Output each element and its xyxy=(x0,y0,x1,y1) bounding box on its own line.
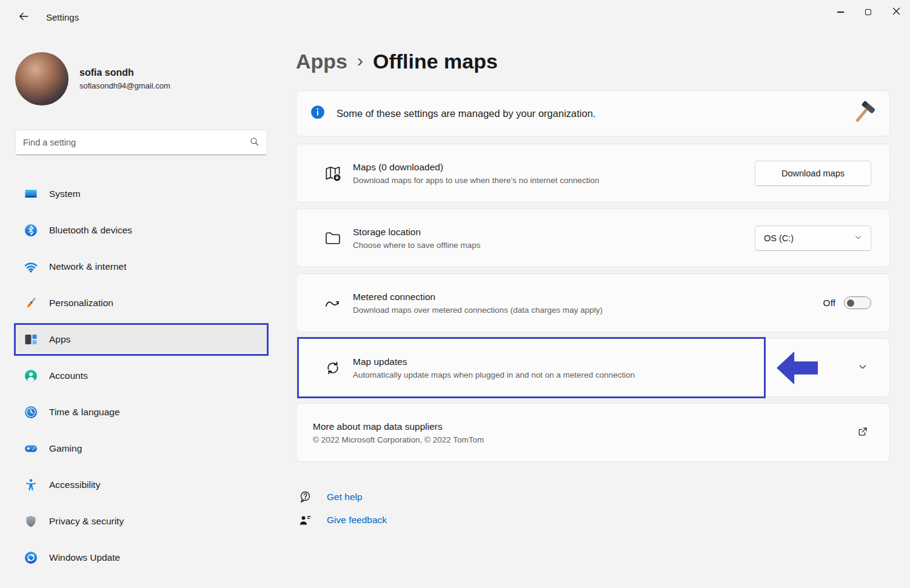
storage-location-dropdown[interactable]: OS (C:) xyxy=(755,226,871,251)
give-feedback-link[interactable]: Give feedback xyxy=(327,515,387,526)
gaming-icon xyxy=(24,441,38,456)
sidebar-item-bluetooth[interactable]: Bluetooth & devices xyxy=(15,217,267,244)
download-maps-button[interactable]: Download maps xyxy=(755,161,871,186)
help-links: Get help Give feedback xyxy=(296,490,890,527)
settings-window: Settings sofia sondh sofiasondh94@gmail.… xyxy=(0,0,910,588)
apps-icon xyxy=(24,332,38,347)
map-updates-expand-button[interactable] xyxy=(854,358,871,377)
sidebar-item-label: Apps xyxy=(49,334,70,345)
annotation-arrow xyxy=(777,351,818,385)
metered-connection-card: Metered connection Download maps over me… xyxy=(296,273,890,332)
minimize-button[interactable] xyxy=(826,0,854,24)
info-icon xyxy=(310,104,326,122)
hammer-cursor-image xyxy=(849,99,877,127)
back-button[interactable] xyxy=(13,8,34,26)
storage-title: Storage location xyxy=(353,227,481,238)
maximize-button[interactable] xyxy=(854,0,882,24)
sidebar-item-label: System xyxy=(49,189,81,199)
get-help-link[interactable]: Get help xyxy=(327,492,363,503)
search-input[interactable] xyxy=(23,138,249,147)
external-link-icon xyxy=(857,426,869,439)
get-help-icon xyxy=(298,490,312,504)
maps-card: Maps (0 downloaded) Download maps for ap… xyxy=(296,144,890,202)
sidebar: sofia sondh sofiasondh94@gmail.com Syste… xyxy=(0,34,282,588)
personalization-icon xyxy=(24,296,38,310)
sidebar-item-label: Personalization xyxy=(49,298,113,309)
map-updates-sync-icon xyxy=(324,359,342,377)
maps-icon xyxy=(324,164,342,182)
maps-title: Maps (0 downloaded) xyxy=(353,162,600,173)
accounts-icon xyxy=(24,369,38,383)
sidebar-nav: System Bluetooth & devices Network & int… xyxy=(15,181,267,571)
storage-location-card: Storage location Choose where to save of… xyxy=(296,209,890,267)
metered-title: Metered connection xyxy=(353,292,603,302)
sidebar-item-label: Accessibility xyxy=(49,479,100,490)
avatar xyxy=(15,52,69,105)
sidebar-item-label: Bluetooth & devices xyxy=(49,225,132,236)
close-icon xyxy=(892,7,900,17)
titlebar: Settings xyxy=(0,0,910,34)
main-content: Apps › Offline maps Some of these settin… xyxy=(282,34,910,588)
breadcrumb-apps[interactable]: Apps xyxy=(296,50,347,73)
time-language-icon xyxy=(24,405,38,419)
accessibility-icon xyxy=(24,478,38,492)
map-updates-title: Map updates xyxy=(353,356,635,367)
bluetooth-icon xyxy=(24,223,38,238)
map-updates-subtitle: Automatically update maps when plugged i… xyxy=(353,370,635,379)
sidebar-item-label: Gaming xyxy=(49,443,82,454)
sidebar-item-network[interactable]: Network & internet xyxy=(15,253,267,280)
metered-connection-toggle[interactable] xyxy=(844,296,871,309)
sidebar-item-label: Windows Update xyxy=(49,552,120,563)
sidebar-item-label: Accounts xyxy=(49,370,88,381)
page-title: Offline maps xyxy=(373,50,498,73)
external-link-button[interactable] xyxy=(854,423,871,442)
storage-subtitle: Choose where to save offline maps xyxy=(353,241,481,250)
banner-text: Some of these settings are managed by yo… xyxy=(336,108,595,119)
chevron-down-icon xyxy=(858,362,868,373)
sidebar-item-gaming[interactable]: Gaming xyxy=(15,435,267,462)
close-button[interactable] xyxy=(882,0,910,24)
user-email: sofiasondh94@gmail.com xyxy=(79,81,170,90)
toggle-state-label: Off xyxy=(823,298,835,309)
suppliers-copyright: © 2022 Microsoft Corporation, © 2022 Tom… xyxy=(313,435,484,444)
give-feedback-row: Give feedback xyxy=(296,513,890,527)
sidebar-item-system[interactable]: System xyxy=(15,181,267,207)
maximize-icon xyxy=(865,9,871,15)
window-controls xyxy=(826,0,910,24)
back-arrow-icon xyxy=(18,10,30,24)
get-help-row: Get help xyxy=(296,490,890,504)
minimize-icon xyxy=(837,12,844,12)
folder-icon xyxy=(324,229,342,247)
sidebar-item-windows-update[interactable]: Windows Update xyxy=(15,544,267,571)
sidebar-item-accessibility[interactable]: Accessibility xyxy=(15,472,267,498)
user-name: sofia sondh xyxy=(79,67,170,78)
sidebar-item-apps[interactable]: Apps xyxy=(15,326,267,353)
organization-banner: Some of these settings are managed by yo… xyxy=(296,90,890,136)
suppliers-title: More about map data suppliers xyxy=(313,421,484,432)
windows-update-icon xyxy=(24,550,38,565)
sidebar-item-accounts[interactable]: Accounts xyxy=(15,362,267,389)
search-box xyxy=(15,130,267,155)
privacy-security-icon xyxy=(24,514,38,529)
chevron-down-icon xyxy=(854,233,862,243)
breadcrumb: Apps › Offline maps xyxy=(296,50,890,73)
app-title: Settings xyxy=(46,12,79,22)
sidebar-item-privacy-security[interactable]: Privacy & security xyxy=(15,508,267,535)
settings-cards: Maps (0 downloaded) Download maps for ap… xyxy=(296,144,890,462)
map-updates-card[interactable]: Map updates Automatically update maps wh… xyxy=(296,338,890,397)
give-feedback-icon xyxy=(298,513,312,527)
sidebar-item-time-language[interactable]: Time & language xyxy=(15,399,267,426)
storage-location-value: OS (C:) xyxy=(764,233,794,243)
network-icon xyxy=(24,259,38,274)
metered-connection-icon xyxy=(324,294,342,312)
search-icon xyxy=(249,136,259,149)
maps-subtitle: Download maps for apps to use when there… xyxy=(353,176,600,185)
sidebar-item-personalization[interactable]: Personalization xyxy=(15,290,267,316)
system-icon xyxy=(24,187,38,201)
map-suppliers-card[interactable]: More about map data suppliers © 2022 Mic… xyxy=(296,403,890,462)
user-profile[interactable]: sofia sondh sofiasondh94@gmail.com xyxy=(15,52,267,105)
sidebar-item-label: Privacy & security xyxy=(49,516,124,527)
chevron-right-icon: › xyxy=(357,50,363,73)
sidebar-item-label: Network & internet xyxy=(49,261,127,272)
metered-subtitle: Download maps over metered connections (… xyxy=(353,306,603,315)
